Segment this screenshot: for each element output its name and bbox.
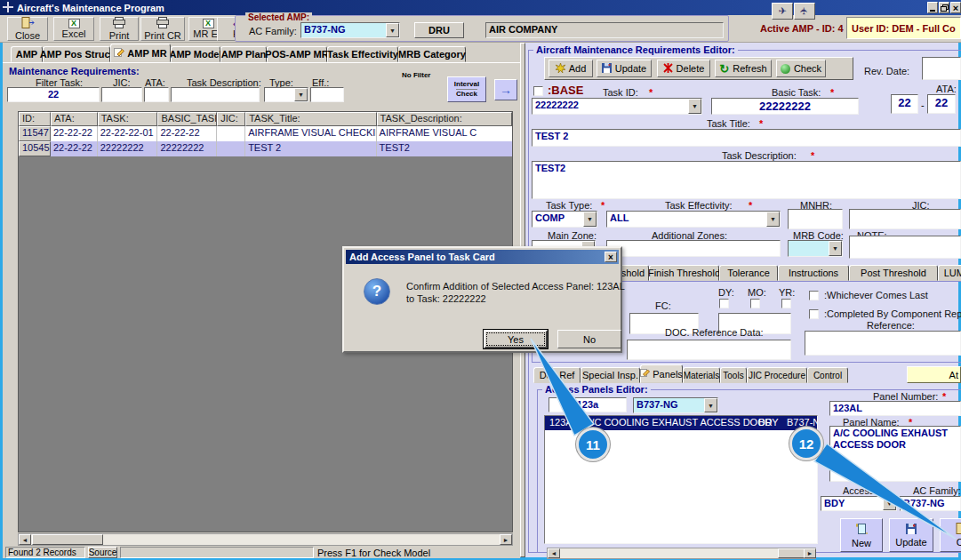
filter-jic-input[interactable] xyxy=(101,87,142,102)
task-description-area[interactable]: TEST2 xyxy=(532,161,961,199)
panel-name-area[interactable]: A/C COOLING EXHAUST ACCESS DOOR xyxy=(829,426,961,482)
add-button[interactable]: Add xyxy=(549,60,593,77)
col-header-id[interactable]: ID: xyxy=(19,112,51,126)
filter-desc-input[interactable] xyxy=(171,87,260,102)
filter-type-combo-arrow-icon[interactable]: ▼ xyxy=(294,88,308,101)
basic-task-field[interactable]: 22222222 xyxy=(711,98,859,115)
jic-field[interactable] xyxy=(849,209,961,229)
scroll-left-icon[interactable]: ◄ xyxy=(19,534,31,545)
toolbar-print-cr-button[interactable]: Print CR xyxy=(140,17,185,41)
task-type-combo-arrow-icon[interactable]: ▼ xyxy=(583,212,597,227)
rev-date-field[interactable] xyxy=(922,57,961,80)
restore-button[interactable] xyxy=(939,2,949,13)
tab-task-effectivity[interactable]: Task Effectivity xyxy=(327,46,398,62)
scroll-right-icon[interactable]: ► xyxy=(500,534,512,545)
check-button[interactable]: Check xyxy=(776,60,826,77)
tab-jic-procedure[interactable]: JIC Procedure xyxy=(747,367,807,383)
task-id-combo-arrow-icon[interactable]: ▼ xyxy=(688,99,701,114)
tab-doc-ref[interactable]: Doc Ref xyxy=(533,367,581,383)
filter-ata-input[interactable] xyxy=(144,87,169,102)
tab-amp-pos-struct[interactable]: AMP Pos Struct xyxy=(43,46,110,62)
col-header-jic[interactable]: JIC: xyxy=(217,112,245,126)
table-row-selected[interactable]: 10545 22-22-22 22222222 22222222 TEST 2 … xyxy=(19,141,512,156)
plane-tool-button-2[interactable]: ✈ xyxy=(794,3,815,20)
ata-field-1[interactable]: 22 xyxy=(891,94,918,114)
base-checkbox[interactable] xyxy=(533,86,543,96)
dialog-close-button[interactable]: × xyxy=(605,252,617,262)
yr-checkbox[interactable] xyxy=(781,299,791,308)
company-field[interactable]: AIR COMPANY xyxy=(485,22,724,38)
mnhr-field[interactable] xyxy=(788,209,843,229)
filter-task-input[interactable]: 22 xyxy=(7,87,100,102)
ata-field-2[interactable]: 22 xyxy=(927,94,956,114)
panel-search-input[interactable]: 123a xyxy=(549,397,627,412)
scrollbar-thumb[interactable] xyxy=(32,534,103,545)
toolbar-excel-button[interactable]: X Excel xyxy=(53,17,94,41)
mo-checkbox[interactable] xyxy=(750,299,760,308)
delete-button[interactable]: Delete xyxy=(657,60,710,77)
scrollbar-thumb[interactable] xyxy=(778,548,805,558)
filter-eff-input[interactable] xyxy=(310,87,344,102)
update-button[interactable]: Update xyxy=(597,60,652,77)
tab-panels-active[interactable]: Panels xyxy=(640,364,683,383)
access-combo-arrow-icon[interactable]: ▼ xyxy=(883,497,896,510)
go-arrow-button[interactable]: → xyxy=(494,79,517,100)
att-button[interactable]: At xyxy=(907,366,961,383)
completed-checkbox[interactable] xyxy=(809,309,819,319)
col-header-basic-task[interactable]: BASIC_TASK: xyxy=(157,112,217,126)
tab-post-threshold[interactable]: Post Threshold xyxy=(849,265,938,281)
source-button[interactable]: Source xyxy=(88,547,117,558)
tab-amp-mr-active[interactable]: AMP MR xyxy=(110,44,171,62)
col-header-task[interactable]: TASK: xyxy=(98,112,158,126)
task-effectivity-combo-arrow-icon[interactable]: ▼ xyxy=(766,212,780,227)
scroll-right-icon[interactable]: ► xyxy=(804,548,816,558)
task-title-field[interactable]: TEST 2 xyxy=(532,129,961,147)
tab-pos-amp-mr[interactable]: POS-AMP MR xyxy=(267,46,327,62)
ac-family-combo-arrow-icon[interactable]: ▼ xyxy=(386,23,399,37)
tab-lump[interactable]: LUMP xyxy=(938,265,961,281)
col-header-ata[interactable]: ATA: xyxy=(51,112,98,126)
table-hscrollbar[interactable]: ◄ ► xyxy=(18,533,513,546)
tab-finish-threshold[interactable]: Finish Threshold xyxy=(649,265,719,281)
whichever-checkbox[interactable] xyxy=(809,291,819,300)
note-field[interactable] xyxy=(849,236,961,259)
tab-amp-plan[interactable]: AMP Plan xyxy=(220,46,267,62)
reference-field[interactable] xyxy=(805,331,961,356)
tab-special-insp[interactable]: Special Insp. xyxy=(581,367,640,383)
tab-mrb-category[interactable]: MRB Category xyxy=(398,46,466,62)
tab-instructions[interactable]: Instructions xyxy=(778,265,849,281)
interval-check-button[interactable]: Interval Check xyxy=(447,76,486,102)
dialog-title-bar[interactable]: Add Access Panel to Task Card xyxy=(346,250,619,264)
task-id-combo[interactable]: 22222222 xyxy=(532,98,702,115)
tab-materials[interactable]: Materials xyxy=(683,367,720,383)
tab-amp[interactable]: AMP xyxy=(11,46,43,62)
update-panel-button[interactable]: Update xyxy=(889,518,933,552)
tab-control[interactable]: Control xyxy=(807,367,848,383)
close-panel-button[interactable]: Cl xyxy=(940,518,961,552)
no-button[interactable]: No xyxy=(557,330,621,348)
dru-button[interactable]: DRU xyxy=(414,22,464,38)
yes-button[interactable]: Yes xyxy=(484,330,548,348)
tab-tools[interactable]: Tools xyxy=(720,367,747,383)
minimize-button[interactable] xyxy=(927,2,938,13)
panels-list-hscrollbar[interactable]: ◄ ► xyxy=(547,548,816,559)
toolbar-close-button[interactable]: Close xyxy=(7,17,48,41)
plane-tool-button-1[interactable]: ✈ xyxy=(772,3,793,20)
mrb-code-combo-arrow-icon[interactable]: ▼ xyxy=(829,241,842,256)
scroll-left-icon[interactable]: ◄ xyxy=(548,548,560,558)
close-window-button[interactable]: × xyxy=(950,2,961,13)
toolbar-print-button[interactable]: Print xyxy=(100,17,139,41)
col-header-task-title[interactable]: TASK_Title: xyxy=(245,112,376,126)
table-row[interactable]: 11547 22-22-22 22-22-22-01 22-22-22 AIRF… xyxy=(19,126,512,141)
dy-checkbox[interactable] xyxy=(719,299,729,308)
tab-tolerance[interactable]: Tolerance xyxy=(719,265,778,281)
panel-ac-family-field[interactable]: B737-NG xyxy=(900,496,961,511)
tab-amp-model[interactable]: AMP Model xyxy=(171,46,220,62)
additional-zones-field[interactable] xyxy=(606,240,781,257)
doc-reference-field[interactable] xyxy=(627,340,791,360)
panel-number-field[interactable]: 123AL xyxy=(829,401,961,416)
panel-family-combo-arrow-icon[interactable]: ▼ xyxy=(704,398,717,412)
new-panel-button[interactable]: New xyxy=(840,518,883,552)
refresh-button[interactable]: ↻ Refresh xyxy=(715,60,772,77)
task-effectivity-combo[interactable]: ALL xyxy=(606,211,781,228)
